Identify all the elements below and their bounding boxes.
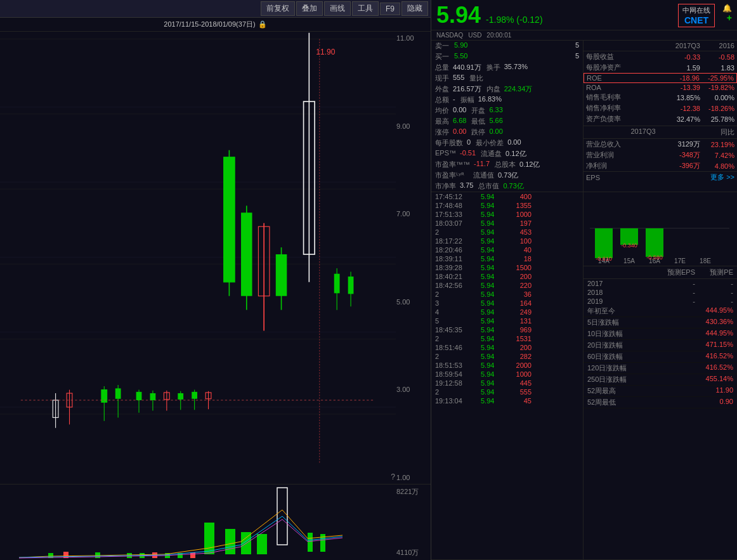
trade-row: 17:51:33 5.94 1000	[431, 210, 583, 219]
trade-row: 19:12:58 5.94 445	[431, 379, 583, 387]
trade-price: 5.94	[481, 237, 504, 245]
price-label-1: 11.00	[396, 34, 428, 42]
trade-vol: 36	[506, 290, 532, 298]
sell1-label: 卖一	[435, 41, 449, 51]
outer-row: 外盘 216.57万 内盘 224.34万	[431, 84, 583, 94]
performance-section: 年初至今 444.95% 5日涨跌幅 430.36% 10日涨跌幅 444.95…	[584, 306, 737, 408]
total-vol-row: 总量 440.91万 换手 35.73%	[431, 62, 583, 73]
price-label-3: 7.00	[396, 210, 428, 218]
trade-time: 18:40:21	[435, 273, 478, 280]
trade-vol: 445	[506, 379, 532, 387]
op-profit-yoy: 7.42%	[700, 152, 734, 159]
yincang-button[interactable]: 隐藏	[401, 1, 428, 16]
performance-row: 年初至今 444.95%	[584, 306, 737, 317]
stock-price: 5.94	[436, 4, 481, 27]
trade-vol: 400	[506, 193, 532, 200]
trade-time: 18:03:07	[435, 219, 478, 227]
candlestick-chart[interactable]: 11.90	[0, 32, 431, 484]
market-info: NASDAQ USD 20:00:01	[431, 30, 737, 41]
trade-vol: 18	[506, 255, 532, 263]
perf-label: 120日涨跌幅	[587, 363, 627, 373]
diejia-button[interactable]: 叠加	[296, 1, 323, 16]
trade-vol: 1000	[506, 211, 532, 218]
svg-rect-65	[595, 228, 613, 258]
sell1-price: 5.90	[454, 41, 467, 51]
net-profit-yoy: 4.80%	[700, 162, 734, 170]
forecast-year: 2018	[587, 289, 651, 296]
stock-name-en: CNET	[682, 15, 710, 25]
trade-vol: 200	[506, 273, 532, 280]
svg-text:17E: 17E	[674, 257, 686, 263]
svg-text:-0.610: -0.610	[596, 256, 612, 262]
trade-row: 4 5.94 249	[431, 308, 583, 316]
main-chart[interactable]: 11.00 9.00 7.00 5.00 3.00 1.00	[0, 32, 431, 484]
buy1-label: 买一	[435, 52, 449, 62]
f9-button[interactable]: F9	[380, 3, 400, 15]
price-label-4: 5.00	[396, 298, 428, 306]
forecast-eps-header: 预测EPS	[651, 268, 695, 277]
trade-vol: 131	[506, 317, 532, 325]
svg-rect-41	[192, 392, 197, 399]
trade-time: 18:59:54	[435, 370, 478, 378]
huaxian-button[interactable]: 画线	[324, 1, 351, 16]
trade-row: 18:20:46 5.94 40	[431, 245, 583, 254]
trade-vol: 282	[506, 353, 532, 360]
more-link[interactable]: 更多 >>	[710, 173, 734, 182]
trade-price: 5.94	[481, 379, 504, 387]
performance-row: 10日涨跌幅 444.95%	[584, 329, 737, 340]
trade-row: 2 5.94 282	[431, 352, 583, 361]
op-profit-label: 营业利润	[586, 150, 666, 160]
net-margin-2016: -18.26%	[700, 105, 734, 112]
svg-text:-0.580: -0.580	[646, 254, 663, 261]
svg-rect-33	[136, 392, 142, 400]
svg-rect-39	[178, 393, 183, 400]
quarterly-header-yoy: 同比	[700, 127, 734, 137]
trade-vol: 1000	[506, 370, 532, 378]
svg-rect-49	[204, 523, 214, 554]
trade-vol: 164	[506, 299, 532, 307]
debt-ratio-label: 资产负债率	[586, 114, 666, 124]
trade-price: 5.94	[481, 326, 504, 334]
fuquan-button[interactable]: 前复权	[261, 1, 295, 16]
forecast-year: 2019	[587, 297, 651, 305]
total-row: 总额 - 振幅 16.83%	[431, 94, 583, 105]
performance-row: 52周最高 11.90	[584, 386, 737, 397]
trade-time: 17:51:33	[435, 211, 478, 218]
perf-label: 52周最低	[587, 398, 616, 407]
eps-per-share-2016: -0.58	[700, 53, 734, 61]
trade-vol: 100	[506, 237, 532, 245]
perf-value: 471.15%	[706, 341, 733, 350]
nav-per-share-q3: 1.59	[666, 64, 700, 72]
bell-icon[interactable]: 🔔	[722, 4, 732, 13]
eps-per-share-q3: -0.33	[666, 53, 700, 61]
trade-price: 5.94	[481, 273, 504, 280]
trade-vol: 969	[506, 326, 532, 334]
plus-icon[interactable]: +	[727, 13, 732, 23]
forecast-eps-val: -	[651, 297, 695, 305]
stock-header: 5.94 -1.98% (-0.12) 中网在线 CNET 🔔 +	[431, 0, 737, 30]
perf-value: 11.90	[715, 386, 733, 396]
trade-row: 18:03:07 5.94 197	[431, 219, 583, 228]
trade-row: 2 5.94 36	[431, 290, 583, 299]
trade-time: 2	[435, 290, 478, 298]
trade-vol: 45	[506, 397, 532, 405]
quarterly-header-q3: 2017Q3	[586, 127, 700, 137]
svg-text:11.90: 11.90	[316, 48, 335, 56]
trade-price: 5.94	[481, 397, 504, 405]
op-profit-q3: -348万	[666, 150, 700, 160]
eps-quarterly-label: EPS	[586, 174, 710, 181]
trade-price: 5.94	[481, 202, 504, 209]
svg-rect-35	[150, 393, 156, 400]
price-label-5: 3.00	[396, 386, 428, 393]
svg-rect-16	[224, 157, 235, 282]
trade-row: 18:39:28 5.94 1500	[431, 263, 583, 272]
debt-ratio-2016: 25.78%	[700, 115, 734, 123]
nav-per-share-label: 每股净资产	[586, 63, 666, 72]
svg-text:-0.340: -0.340	[621, 242, 637, 249]
gongju-button[interactable]: 工具	[352, 1, 379, 16]
price-label-2: 9.00	[396, 122, 428, 130]
volume-labels: 8221万 4110万	[396, 485, 428, 560]
present-row: 现手 555 量比	[431, 73, 583, 84]
trades-list: 17:45:12 5.94 400 17:48:48 5.94 1355 17:…	[431, 192, 584, 559]
svg-rect-52	[257, 534, 267, 554]
